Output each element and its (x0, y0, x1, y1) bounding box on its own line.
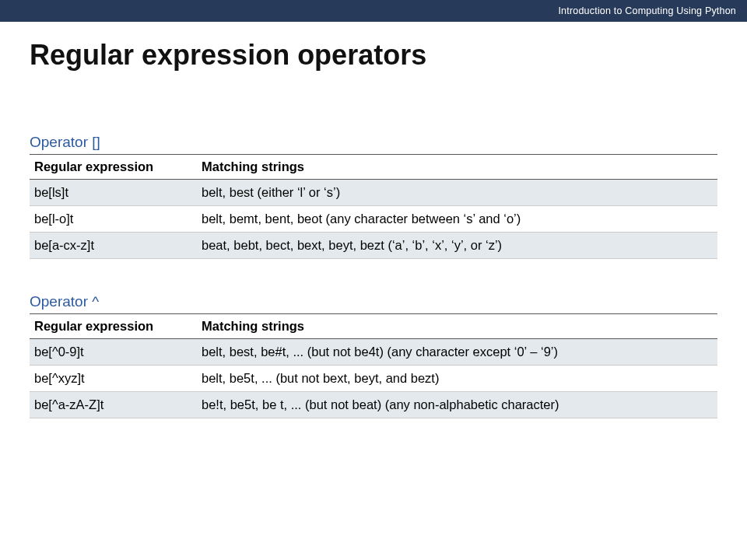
page-title: Regular expression operators (0, 22, 747, 78)
table-row: be[ls]t belt, best (either ‘l’ or ‘s’) (30, 180, 717, 206)
course-label: Introduction to Computing Using Python (558, 5, 736, 16)
cell-match: belt, be5t, ... (but not bext, beyt, and… (197, 366, 717, 392)
cell-regex: be[ls]t (30, 180, 197, 206)
table-row: be[l-o]t belt, bemt, bent, beot (any cha… (30, 206, 717, 233)
header-bar: Introduction to Computing Using Python (0, 0, 747, 22)
cell-match: be!t, be5t, be t, ... (but not beat) (an… (197, 392, 717, 418)
table-caret: Regular expression Matching strings be[^… (30, 313, 717, 418)
cell-match: belt, bemt, bent, beot (any character be… (197, 206, 717, 233)
cell-regex: be[l-o]t (30, 206, 197, 233)
table-header-row: Regular expression Matching strings (30, 155, 717, 180)
col-header-match: Matching strings (197, 155, 717, 180)
section-label-caret: Operator ^ (30, 293, 717, 310)
section-label-brackets: Operator [] (30, 134, 717, 151)
col-header-regex: Regular expression (30, 314, 197, 339)
cell-match: belt, best, be#t, ... (but not be4t) (an… (197, 339, 717, 366)
table-row: be[a-cx-z]t beat, bebt, bect, bext, beyt… (30, 233, 717, 259)
table-row: be[^a-zA-Z]t be!t, be5t, be t, ... (but … (30, 392, 717, 418)
cell-match: beat, bebt, bect, bext, beyt, bezt (‘a’,… (197, 233, 717, 259)
slide-content: Operator [] Regular expression Matching … (0, 134, 747, 418)
cell-match: belt, best (either ‘l’ or ‘s’) (197, 180, 717, 206)
cell-regex: be[^a-zA-Z]t (30, 392, 197, 418)
table-brackets: Regular expression Matching strings be[l… (30, 154, 717, 259)
table-header-row: Regular expression Matching strings (30, 314, 717, 339)
col-header-regex: Regular expression (30, 155, 197, 180)
cell-regex: be[a-cx-z]t (30, 233, 197, 259)
col-header-match: Matching strings (197, 314, 717, 339)
table-row: be[^xyz]t belt, be5t, ... (but not bext,… (30, 366, 717, 392)
cell-regex: be[^0-9]t (30, 339, 197, 366)
table-row: be[^0-9]t belt, best, be#t, ... (but not… (30, 339, 717, 366)
cell-regex: be[^xyz]t (30, 366, 197, 392)
